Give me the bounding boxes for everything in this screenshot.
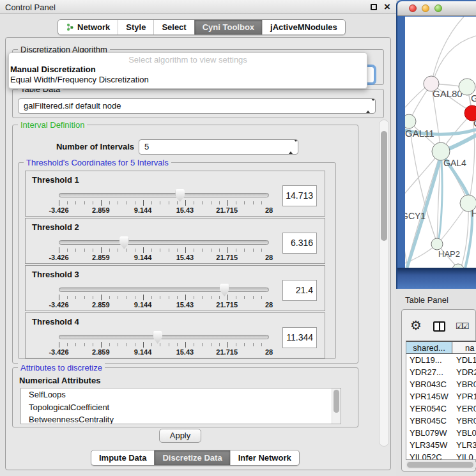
node-label: HAP2: [438, 249, 460, 259]
table-cell[interactable]: YER0: [452, 403, 476, 415]
gear-icon[interactable]: ⚙: [410, 318, 422, 332]
numerical-attributes-list[interactable]: SelfLoopsTopologicalCoefficientBetweenne…: [20, 388, 341, 424]
table-data-group: Table Data galFiltered.sif default node: [12, 89, 384, 118]
node-table: shared... na YDL19...YDL1YDR27...YDR2YBR…: [406, 341, 476, 460]
tab-network[interactable]: Network: [58, 20, 118, 35]
attributes-to-discretize-group: Attributes to discretize Numerical Attri…: [12, 367, 358, 427]
column-header-shared-name[interactable]: shared...: [406, 342, 452, 353]
tick-label: 9.144: [134, 348, 152, 356]
tick-label: -3.426: [49, 301, 68, 309]
list-item[interactable]: BetweennessCentrality: [21, 413, 341, 424]
table-row[interactable]: YIL052CYIL0: [406, 451, 476, 460]
table-row[interactable]: YBL079WYBL0: [406, 427, 476, 439]
number-of-intervals-combobox[interactable]: 5: [139, 139, 298, 155]
dropdown-option-equal-width[interactable]: Equal Width/Frequency Discretization: [9, 75, 367, 85]
table-cell[interactable]: YBL0: [452, 427, 476, 439]
tab-jactivemnodules[interactable]: jActiveMNodules: [262, 20, 345, 35]
threshold-1-value-field[interactable]: 14.713: [282, 185, 317, 206]
tick-label: 2.859: [92, 301, 110, 309]
close-icon[interactable]: ×: [384, 0, 390, 14]
threshold-2-value-field[interactable]: 6.316: [282, 233, 317, 254]
threshold-label: Threshold 4: [32, 317, 79, 326]
group-title: Interval Definition: [18, 120, 87, 130]
control-panel-scrollbar[interactable]: [379, 119, 389, 447]
table-row[interactable]: YER054CYER0: [406, 403, 476, 415]
table-row[interactable]: YPR145WYPR1: [406, 390, 476, 403]
tick-label: 21.715: [216, 206, 238, 214]
threshold-3-slider[interactable]: [59, 288, 269, 292]
tab-infer-network[interactable]: Infer Network: [230, 450, 299, 465]
tick-label: 28: [265, 206, 273, 214]
list-scrollbar[interactable]: [332, 388, 341, 424]
tick-label: -3.426: [49, 348, 68, 356]
tab-label: Cyni Toolbox: [203, 22, 254, 32]
tick-label: 28: [265, 348, 273, 356]
cyni-bottom-tabs: Impute Data Discretize Data Infer Networ…: [91, 450, 300, 466]
tab-impute-data[interactable]: Impute Data: [91, 450, 154, 465]
table-cell[interactable]: YPR1: [452, 390, 476, 403]
slider-tick-labels: -3.4262.8599.14415.4321.71528: [59, 206, 269, 215]
table-cell[interactable]: YBR0: [452, 415, 476, 427]
network-node[interactable]: [431, 238, 443, 250]
tab-style[interactable]: Style: [118, 20, 153, 35]
table-cell[interactable]: YLR3: [452, 439, 476, 451]
minimize-traffic-light-icon[interactable]: [422, 4, 429, 12]
tick-label: 2.859: [92, 254, 110, 261]
float-window-icon[interactable]: [371, 4, 377, 10]
network-view-window: GAL80GCGAL11GAL4GCY1HHAP2: [396, 0, 476, 289]
table-cell[interactable]: YDL1: [452, 354, 476, 366]
tick-label: 9.144: [134, 254, 152, 261]
network-canvas[interactable]: GAL80GCGAL11GAL4GCY1HHAP2: [405, 17, 476, 268]
table-cell[interactable]: YPR145W: [406, 390, 452, 403]
threshold-1-slider[interactable]: [59, 193, 269, 197]
node-label: H: [472, 208, 476, 219]
close-traffic-light-icon[interactable]: [409, 4, 417, 12]
split-view-icon[interactable]: [433, 321, 445, 332]
table-cell[interactable]: YBR0: [452, 378, 476, 390]
table-cell[interactable]: YBR043C: [406, 378, 452, 390]
threshold-4-value-field[interactable]: 11.344: [282, 327, 317, 348]
column-checkbox-icons[interactable]: ☑☑: [456, 321, 468, 331]
table-row[interactable]: YBR045CYBR0: [406, 415, 476, 427]
table-cell[interactable]: YBL079W: [406, 427, 452, 439]
threshold-2-slider[interactable]: [59, 240, 269, 245]
network-node[interactable]: [405, 114, 416, 128]
table-cell[interactable]: YDR27...: [406, 366, 452, 378]
tab-select[interactable]: Select: [153, 20, 194, 35]
threshold-1-panel: Threshold 1 -3.4262.8599.14415.4321.7152…: [25, 171, 325, 217]
threshold-label: Threshold 1: [32, 175, 79, 185]
threshold-label: Threshold 2: [32, 222, 79, 232]
table-data-combobox[interactable]: galFiltered.sif default node: [18, 98, 376, 114]
tick-label: 9.144: [134, 301, 152, 309]
network-window-titlebar[interactable]: [397, 1, 476, 16]
node-label: GAL11: [405, 128, 434, 139]
list-item[interactable]: TopologicalCoefficient: [21, 401, 341, 414]
apply-button[interactable]: Apply: [159, 429, 201, 443]
scrollbar-thumb[interactable]: [334, 390, 339, 413]
threshold-3-value-field[interactable]: 21.4: [282, 280, 317, 301]
tab-cyni-toolbox[interactable]: Cyni Toolbox: [194, 20, 262, 35]
table-cell[interactable]: YER054C: [406, 403, 452, 415]
slider-ticks: [59, 342, 270, 348]
table-cell[interactable]: YLR345W: [406, 439, 452, 451]
table-cell[interactable]: YDL19...: [406, 354, 452, 366]
zoom-traffic-light-icon[interactable]: [434, 4, 442, 12]
table-cell[interactable]: YBR045C: [406, 415, 452, 427]
table-cell[interactable]: YIL0: [452, 451, 476, 460]
list-item[interactable]: SelfLoops: [21, 388, 341, 401]
dropdown-hint: Select algorithm to view settings: [9, 55, 367, 65]
table-row[interactable]: YDL19...YDL1: [406, 354, 476, 366]
table-cell[interactable]: YIL052C: [406, 451, 452, 460]
table-cell[interactable]: YDR2: [452, 366, 476, 378]
table-row[interactable]: YBR043CYBR0: [406, 378, 476, 390]
dropdown-option-manual-discretization[interactable]: Manual Discretization: [9, 65, 367, 75]
tab-discretize-data[interactable]: Discretize Data: [154, 450, 229, 465]
table-row[interactable]: YDR27...YDR2: [406, 366, 476, 378]
table-row[interactable]: YLR345WYLR3: [406, 439, 476, 451]
scrollbar-thumb[interactable]: [407, 462, 473, 468]
table-horizontal-scrollbar[interactable]: [406, 461, 476, 469]
thresholds-coordinates-group: Threshold's Coordinates for 5 Intervals …: [18, 162, 336, 359]
scrollbar-thumb[interactable]: [381, 131, 387, 241]
threshold-4-slider[interactable]: [59, 335, 269, 339]
column-header-name[interactable]: na: [452, 342, 476, 353]
